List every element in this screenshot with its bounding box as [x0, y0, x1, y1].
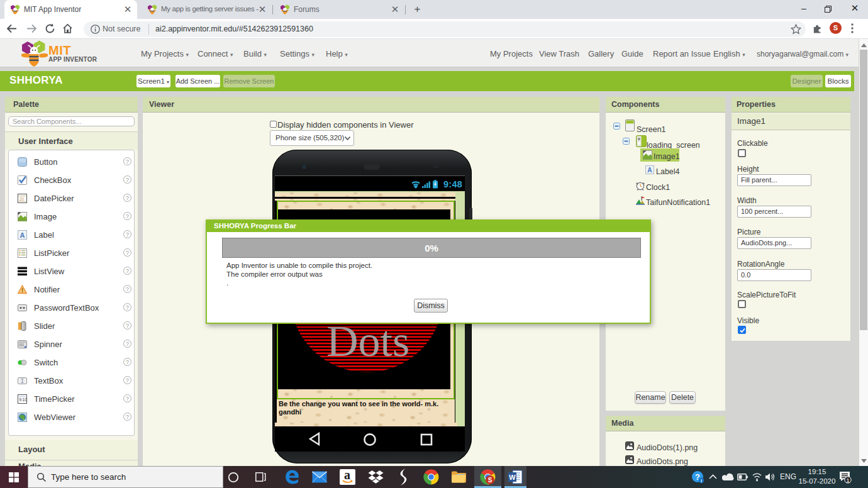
svg-text:i: i: [701, 479, 702, 483]
svg-text:20: 20: [19, 197, 25, 201]
svg-text:A: A: [19, 231, 25, 239]
svg-text:Dots: Dots: [326, 317, 409, 365]
svg-text:S: S: [488, 477, 492, 484]
svg-text:9:10: 9:10: [19, 397, 27, 402]
svg-text:1: 1: [846, 477, 849, 484]
svg-text:W: W: [509, 474, 516, 481]
svg-text:A: A: [647, 167, 652, 174]
